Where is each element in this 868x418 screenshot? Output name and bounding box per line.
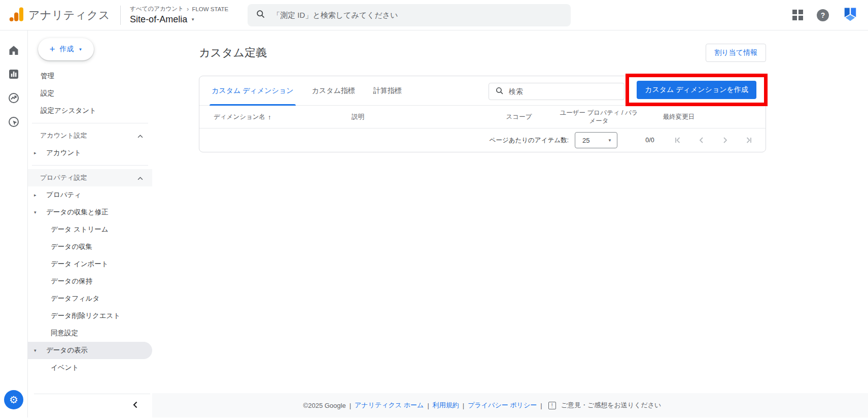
help-icon[interactable]: ? [817,9,829,21]
footer: ©2025 Google | アナリティクス ホーム | 利用規約 | プライバ… [152,393,868,417]
tab-calculated-metrics[interactable]: 計算指標 [373,76,402,105]
sidebar-item-events[interactable]: イベント [28,359,152,376]
sidebar-item-account[interactable]: ▸ アカウント [28,144,152,162]
sidebar-item-data-streams[interactable]: データ ストリーム [28,221,152,238]
sort-ascending-icon: ↑ [268,113,271,121]
sidebar-item-consent-settings[interactable]: 同意設定 [28,325,152,342]
sidebar-item-property[interactable]: ▸ プロパティ [28,186,152,204]
create-dropdown-icon: ▼ [79,47,83,52]
tab-custom-dimensions[interactable]: カスタム ディメンション [212,76,294,105]
avatar[interactable] [843,7,858,24]
feedback-icon: ! [548,402,556,409]
last-page-icon[interactable] [743,135,753,145]
expand-arrow-icon: ▸ [34,150,42,155]
column-scope: スコープ [481,113,557,121]
left-nav-rail: ⚙ [0,30,28,417]
sidebar-item-manage[interactable]: 管理 [28,68,152,85]
account-name: Site-of-Amelia [130,14,187,25]
previous-page-icon[interactable] [697,135,707,145]
breadcrumb-all-accounts: すべてのアカウント [130,5,184,13]
copyright: ©2025 Google [303,402,346,409]
pagination-range: 0/0 [640,137,660,144]
breadcrumb: すべてのアカウント › FLOW STATE Site-of-Amelia ▼ [130,5,228,25]
sidebar-item-data-collection[interactable]: データの収集 [28,238,152,255]
breadcrumb-org: FLOW STATE [192,6,228,12]
advertising-icon[interactable] [7,115,20,128]
app-title: アナリティクス [28,8,110,23]
collapse-arrow-icon: ▾ [34,210,42,215]
footer-link-analytics-home[interactable]: アナリティクス ホーム [355,401,424,410]
sidebar-item-data-filters[interactable]: データフィルタ [28,290,152,307]
admin-gear-icon[interactable]: ⚙ [4,390,23,409]
admin-sidebar: + 作成 ▼ 管理 設定 設定アシスタント アカウント設定 [28,30,152,417]
create-button[interactable]: + 作成 ▼ [38,38,94,60]
main-content: カスタム定義 割り当て情報 カスタム ディメンション カスタム指標 計算指標 [152,30,868,417]
sidebar-item-data-import[interactable]: データ インポート [28,255,152,273]
chevron-left-icon [132,401,139,410]
sidebar-item-data-retention[interactable]: データの保持 [28,273,152,290]
home-icon[interactable] [7,44,20,57]
table-header-row: ディメンション名 ↑ 説明 スコープ ユーザー プロパティ / パラメータ 最終… [199,106,766,128]
column-dimension-name[interactable]: ディメンション名 ↑ [199,113,352,121]
column-description: 説明 [352,113,481,121]
table-search[interactable] [489,83,624,100]
pagination-row: ページあたりのアイテム数: 25 ▼ 0/0 [199,128,766,152]
sidebar-item-settings[interactable]: 設定 [28,85,152,102]
header-divider [120,6,121,25]
analytics-logo[interactable]: アナリティクス [9,7,110,23]
explore-icon[interactable] [7,91,20,105]
analytics-logo-icon [9,7,23,23]
table-search-input[interactable] [509,87,618,95]
sidebar-divider [32,165,148,166]
search-icon [256,9,265,21]
feedback-text: ご意見・ご感想をお送りください [561,401,662,410]
custom-definitions-card: カスタム ディメンション カスタム指標 計算指標 [199,76,766,152]
page-title: カスタム定義 [199,45,267,60]
search-icon [495,86,504,97]
highlight-annotation-box: カスタム ディメンションを作成 [626,74,768,106]
top-header: アナリティクス すべてのアカウント › FLOW STATE Site-of-A… [0,0,868,30]
collapse-arrow-icon: ▾ [34,348,42,353]
breadcrumb-separator-icon: › [187,5,189,13]
ga-apps-grid-icon[interactable] [792,10,803,20]
reports-icon[interactable] [7,68,20,81]
quota-info-button[interactable]: 割り当て情報 [706,44,766,62]
sidebar-item-data-collection-and-modification[interactable]: ▾ データの収集と修正 [28,204,152,221]
plus-icon: + [49,44,55,55]
global-search-input[interactable] [272,11,563,19]
column-user-property-parameter: ユーザー プロパティ / パラメータ [557,109,641,125]
sidebar-section-property-settings[interactable]: プロパティ設定 [28,169,152,186]
first-page-icon[interactable] [673,135,683,145]
page-size-select[interactable]: 25 ▼ [575,132,617,148]
expand-arrow-icon: ▸ [34,192,42,198]
sidebar-divider [32,123,148,123]
sidebar-collapse-button[interactable] [28,394,152,417]
account-dropdown-icon: ▼ [191,17,195,22]
global-search[interactable] [248,4,571,26]
create-custom-dimension-button[interactable]: カスタム ディメンションを作成 [637,81,756,99]
account-switcher[interactable]: Site-of-Amelia ▼ [130,14,228,25]
chevron-up-icon [137,132,143,140]
items-per-page-label: ページあたりのアイテム数: [490,136,569,145]
footer-link-terms[interactable]: 利用規約 [433,401,459,410]
tab-custom-metrics[interactable]: カスタム指標 [312,76,355,105]
chevron-up-icon [137,174,143,182]
chevron-down-icon: ▼ [608,138,612,143]
column-last-modified: 最終変更日 [641,113,717,121]
sidebar-item-setup-assistant[interactable]: 設定アシスタント [28,102,152,119]
footer-link-privacy-policy[interactable]: プライバシー ポリシー [468,401,537,410]
sidebar-item-data-display[interactable]: ▾ データの表示 [28,342,152,359]
sidebar-section-account-settings[interactable]: アカウント設定 [28,127,152,144]
next-page-icon[interactable] [720,135,730,145]
sidebar-item-data-deletion-requests[interactable]: データ削除リクエスト [28,307,152,325]
